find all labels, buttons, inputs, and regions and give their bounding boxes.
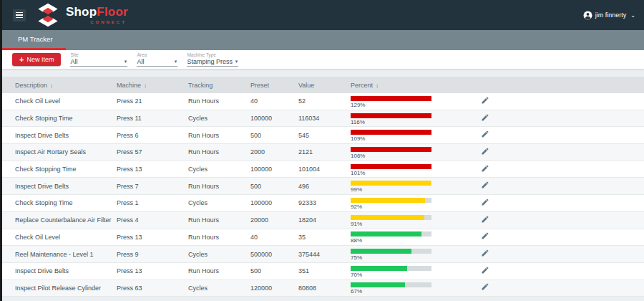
percent-cell: 106% [351,145,462,159]
sort-descending-icon: ↓ [144,82,147,89]
tracking-cell: Cycles [188,166,250,173]
edit-button[interactable] [479,264,491,278]
percent-label: 92% [351,204,362,210]
edit-button[interactable] [479,112,491,125]
percent-cell: 92% [351,196,462,210]
pencil-icon [481,96,489,105]
percent-bar-track [351,164,431,169]
percent-bar-fill [351,282,405,287]
actions-cell [462,145,644,159]
actions-cell [462,112,644,125]
table-row: Replace Counterbalance Air FilterPress 4… [2,212,644,229]
percent-bar-track [351,198,431,203]
tracking-cell: Run Hours [188,97,250,105]
machine-type-filter-label: Machine Type [187,52,238,57]
percent-bar-fill [351,249,411,254]
column-header-tracking[interactable]: Tracking [188,82,250,89]
edit-button[interactable] [479,230,491,244]
tracking-cell: Cycles [188,285,250,292]
edit-button[interactable] [479,281,491,295]
preset-cell: 500 [250,183,298,190]
percent-label: 70% [351,272,362,278]
description-cell: Check Stopping Time [2,166,117,173]
pencil-icon [481,266,489,274]
percent-bar-track [351,181,431,186]
site-filter-label: Site [70,52,127,57]
percent-cell: 116% [351,112,462,125]
percent-cell: 91% [351,214,462,227]
area-filter: Area All ▼ [137,52,177,67]
area-select[interactable]: All ▼ [137,58,177,67]
dropdown-arrow-icon: ▼ [235,59,239,64]
area-select-value: All [137,58,144,65]
table-header-row: Description↓ Machine↓ Tracking Preset Va… [2,77,644,93]
app-logo: ShopFloor CONNECT [34,3,128,27]
machine-cell: Press 6 [117,132,188,139]
column-header-preset[interactable]: Preset [250,82,298,89]
description-cell: Check Oil Level [2,234,117,241]
percent-label: 67% [351,288,362,295]
edit-button[interactable] [479,214,491,227]
percent-bar-fill [351,164,431,169]
edit-button[interactable] [479,163,491,176]
value-cell: 375444 [298,251,351,258]
preset-cell: 20000 [250,216,298,224]
value-cell: 496 [298,183,351,190]
edit-button[interactable] [479,196,491,210]
machine-cell: Press 63 [117,285,188,292]
sort-descending-icon: ↓ [50,82,53,89]
preset-cell: 120000 [250,285,298,292]
pencil-icon [481,181,489,189]
tracking-cell: Run Hours [188,132,250,139]
actions-cell [462,128,644,142]
column-header-description[interactable]: Description↓ [2,82,117,89]
preset-cell: 40 [250,234,298,241]
edit-button[interactable] [479,179,491,193]
pencil-icon [481,231,489,240]
filter-bar: + New Item Site All ▼ Area All ▼ Machine… [2,50,644,69]
edit-button[interactable] [479,95,491,108]
table-row: Inspect Drive BeltsPress 13Run Hours5003… [2,263,644,280]
user-menu[interactable]: jim finnerty ⌄ [583,11,635,20]
percent-bar-track [351,130,431,135]
logo-part-floor: Floor [97,5,128,19]
preset-cell: 100000 [250,166,298,173]
edit-button[interactable] [479,145,491,159]
preset-cell: 500 [250,267,298,274]
percent-bar-fill [351,198,425,203]
tracking-cell: Run Hours [188,234,250,241]
machine-cell: Press 57 [117,148,188,156]
machine-cell: Press 13 [117,166,188,173]
column-header-value[interactable]: Value [298,82,351,89]
tab-pm-tracker[interactable]: PM Tracker [2,30,66,50]
percent-bar-track [351,147,431,152]
edit-button[interactable] [479,247,491,261]
hamburger-menu-icon[interactable] [13,9,26,22]
machine-type-filter: Machine Type Stamping Press ▼ [187,52,238,67]
pm-tracker-app: ShopFloor CONNECT jim finnerty ⌄ PM Trac… [0,0,644,301]
percent-bar-track [351,266,431,271]
description-cell: Reel Maintenance - Level 1 [2,251,117,258]
preset-cell: 500 [250,132,298,139]
pencil-icon [481,147,489,156]
new-item-button[interactable]: + New Item [12,53,61,66]
preset-cell: 40 [250,97,298,105]
percent-label: 106% [351,153,365,159]
column-header-percent[interactable]: Percent↓ [351,82,462,89]
tracking-cell: Run Hours [188,183,250,190]
table-row: Check Oil LevelPress 21Run Hours4052129% [2,93,644,110]
pencil-icon [481,130,489,138]
value-cell: 35 [298,234,351,241]
edit-button[interactable] [479,128,491,142]
actions-cell [462,230,644,244]
machine-type-select[interactable]: Stamping Press ▼ [187,58,238,67]
value-cell: 80808 [298,285,351,292]
site-select[interactable]: All ▼ [70,58,127,67]
description-cell: Inspect Drive Belts [2,183,117,190]
tracking-cell: Run Hours [188,267,250,274]
column-header-machine[interactable]: Machine↓ [117,82,188,89]
percent-bar-fill [351,215,424,220]
table-row: Inspect Air Rortary SealsPress 57Run Hou… [2,144,644,161]
dropdown-arrow-icon: ▼ [124,59,128,64]
machine-cell: Press 4 [117,216,188,224]
